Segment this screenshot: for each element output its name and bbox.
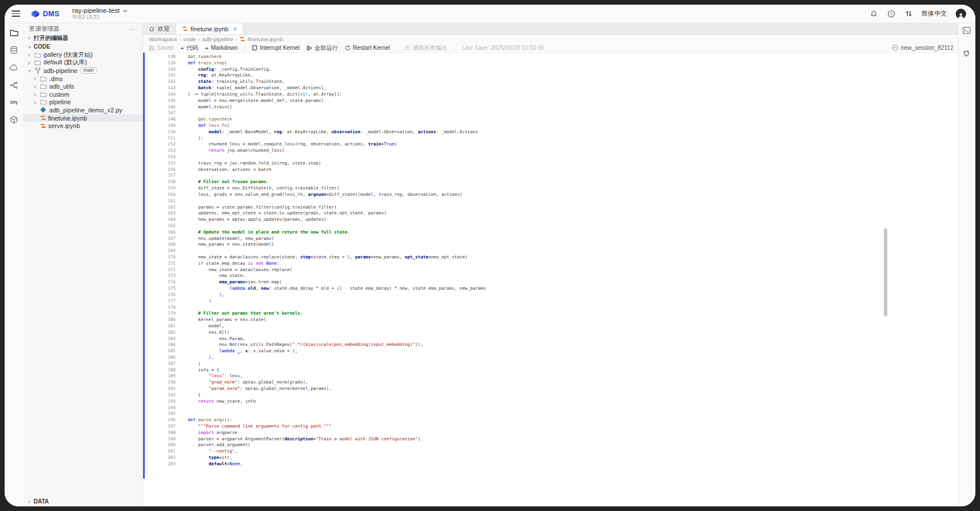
code-line-154[interactable]: 154 (143, 154, 958, 160)
code-line-148[interactable]: 148 @at.typecheck (143, 116, 958, 123)
code-line-170[interactable]: 170 new_state = dataclasses.replace(stat… (143, 254, 958, 261)
breadcrumb-code[interactable]: code (184, 36, 196, 42)
plug-icon[interactable] (963, 49, 971, 58)
menu-icon[interactable] (12, 10, 20, 17)
code-line-195[interactable]: 195 (143, 411, 958, 417)
breadcrumb-finetune-ipynb[interactable]: finetune.ipynb (247, 36, 283, 42)
code-line-201[interactable]: 201 "--config", (143, 448, 958, 455)
section-open-editors[interactable]: › 打开的编辑器 (23, 34, 142, 42)
database-icon[interactable] (9, 45, 19, 55)
code-line-182[interactable]: 182 nnx.All( (143, 330, 958, 336)
code-line-143[interactable]: 143 batch: tuple[_model.Observation, _mo… (143, 85, 958, 92)
sort-arrows-icon[interactable] (904, 9, 913, 18)
code-line-157[interactable]: 157 (143, 173, 958, 179)
code-line-203[interactable]: 203 default=None, (143, 461, 958, 468)
language-selector[interactable]: 简体中文 (922, 9, 947, 18)
avatar[interactable] (956, 9, 966, 19)
workspace-selector[interactable]: ray-pipeline-test 华北2 (北京) (72, 7, 127, 20)
interrupt-kernel-button[interactable]: Interrupt Kernel (252, 45, 299, 51)
explorer-icon[interactable] (9, 28, 19, 38)
code-line-190[interactable]: 190 "grad_norm": optax.global_norm(grads… (143, 379, 958, 386)
code-line-179[interactable]: 179 # Filter out params that aren't kern… (143, 311, 958, 317)
code-line-173[interactable]: 173 new_state, (143, 273, 958, 279)
code-line-144[interactable]: 144) -> tuple[training_utils.TrainState,… (143, 92, 958, 98)
chevron-right-icon[interactable]: › (32, 83, 38, 90)
code-line-168[interactable]: 168 new_params = nnx.state(model) (143, 242, 958, 248)
code-line-162[interactable]: 162 params = state.params.filter(config.… (143, 205, 958, 211)
scrollbar-thumb[interactable] (884, 228, 887, 316)
chevron-down-icon[interactable]: › (27, 68, 33, 74)
section-code[interactable]: › CODE (23, 42, 142, 51)
code-line-145[interactable]: 145 model = nnx.merge(state.model_def, s… (143, 98, 958, 104)
tree-item-adb_utils[interactable]: ›adb_utils (23, 82, 142, 90)
code-cell[interactable]: 138@at.typecheck139def train_step(140 co… (143, 53, 958, 506)
code-line-178[interactable]: 178 (143, 305, 958, 311)
code-line-193[interactable]: 193 return new_state, info (143, 399, 958, 405)
tree-item-serve.ipynb[interactable]: serve.ipynb (23, 122, 142, 130)
add-markdown-button[interactable]: + Markdown (205, 45, 238, 52)
code-line-188[interactable]: 188 info = { (143, 367, 958, 374)
code-line-161[interactable]: 161 (143, 198, 958, 205)
chevron-right-icon[interactable]: › (32, 91, 38, 97)
code-line-194[interactable]: 194 (143, 405, 958, 411)
code-line-191[interactable]: 191 "param_norm": optax.global_norm(kern… (143, 386, 958, 392)
code-line-141[interactable]: 141 rng: at.KeyArrayLike, (143, 72, 958, 79)
code-line-163[interactable]: 163 updates, new_opt_state = state.tx.up… (143, 210, 958, 217)
code-line-167[interactable]: 167 nnx.update(model, new_params) (143, 236, 958, 242)
code-line-184[interactable]: 184 nnx.Not(nnx_utils.PathRegex(".*/(bia… (143, 342, 958, 348)
restart-kernel-button[interactable]: Restart Kernel (345, 45, 390, 51)
code-line-181[interactable]: 181 model, (143, 323, 958, 330)
tree-item-adb-pipeline[interactable]: ›adb-pipelinemain (23, 67, 142, 75)
chevron-right-icon[interactable]: › (27, 60, 32, 66)
help-icon[interactable]: ? (887, 9, 895, 18)
code-line-147[interactable]: 147 (143, 110, 958, 116)
bell-icon[interactable] (869, 9, 878, 18)
code-line-151[interactable]: 151 ): (143, 136, 958, 142)
run-all-button[interactable]: 全部运行 (306, 44, 338, 52)
breadcrumb-adb-pipeline[interactable]: adb-pipeline (202, 36, 233, 42)
tree-item-adb_pipeline_demo_v2.py[interactable]: adb_pipeline_demo_v2.py (23, 106, 142, 114)
breadcrumb-workspace[interactable]: Workspace (149, 36, 177, 42)
code-line-198[interactable]: 198 import argparse (143, 430, 958, 436)
tree-item-custom[interactable]: ›custom (23, 90, 142, 98)
code-line-169[interactable]: 169 (143, 248, 958, 254)
code-line-197[interactable]: 197 """Parse command line arguments for … (143, 424, 958, 430)
code-line-138[interactable]: 138@at.typecheck (143, 54, 958, 60)
close-icon[interactable]: × (233, 25, 236, 32)
dify-icon[interactable]: Dify (9, 97, 19, 107)
code-line-177[interactable]: 177 ) (143, 298, 958, 305)
code-line-160[interactable]: 160 loss, grads = nnx.value_and_grad(los… (143, 192, 958, 198)
tab-welcome[interactable]: 欢迎 (143, 23, 175, 34)
add-code-button[interactable]: + 代码 (180, 44, 198, 52)
code-line-165[interactable]: 165 (143, 223, 958, 229)
code-line-152[interactable]: 152 chunked_loss = model.compute_loss(rn… (143, 141, 958, 148)
code-line-172[interactable]: 172 new_state = dataclasses.replace( (143, 267, 958, 273)
code-line-150[interactable]: 150 model: _model.BaseModel, rng: at.Key… (143, 129, 958, 136)
tab-finetune-ipynb[interactable]: finetune.ipynb × (175, 23, 243, 34)
code-line-142[interactable]: 142 state: training_utils.TrainState, (143, 79, 958, 85)
code-line-180[interactable]: 180 kernel_params = nnx.state( (143, 317, 958, 323)
more-actions-icon[interactable]: ··· (130, 27, 138, 31)
tree-item-gallery-[interactable]: ›gallery (快速开始) (23, 51, 142, 59)
code-line-189[interactable]: 189 "loss": loss, (143, 373, 958, 379)
terminal-icon[interactable] (963, 27, 971, 35)
code-line-158[interactable]: 158 # Filter out frozen params. (143, 179, 958, 185)
code-line-159[interactable]: 159 diff_state = nnx.DiffState(0, config… (143, 185, 958, 192)
code-line-149[interactable]: 149 def loss_fn( (143, 123, 958, 129)
section-data[interactable]: › DATA (23, 496, 142, 506)
package-icon[interactable] (9, 115, 19, 125)
tree-item-default-[interactable]: ›default (默认库) (23, 59, 142, 67)
code-line-153[interactable]: 153 return jnp.mean(chunked_loss) (143, 148, 958, 154)
session-indicator[interactable]: new_session_82112 (892, 45, 953, 51)
code-line-175[interactable]: 175 lambda old, new: state.ema_decay * o… (143, 286, 958, 292)
tree-item-pipeline[interactable]: ›pipeline (23, 98, 142, 107)
chevron-right-icon[interactable]: › (32, 75, 38, 82)
code-line-202[interactable]: 202 type=str, (143, 455, 958, 461)
code-line-187[interactable]: 187 ) (143, 361, 958, 367)
code-line-196[interactable]: 196def parse_args(): (143, 417, 958, 424)
code-line-186[interactable]: 186 ), (143, 355, 958, 361)
code-line-171[interactable]: 171 if state.ema_decay is not None: (143, 261, 958, 267)
code-line-164[interactable]: 164 new_params = optax.apply_updates(par… (143, 217, 958, 223)
code-line-156[interactable]: 156 observation, actions = batch (143, 167, 958, 173)
tree-item-.dms[interactable]: ›.dms (23, 75, 142, 83)
